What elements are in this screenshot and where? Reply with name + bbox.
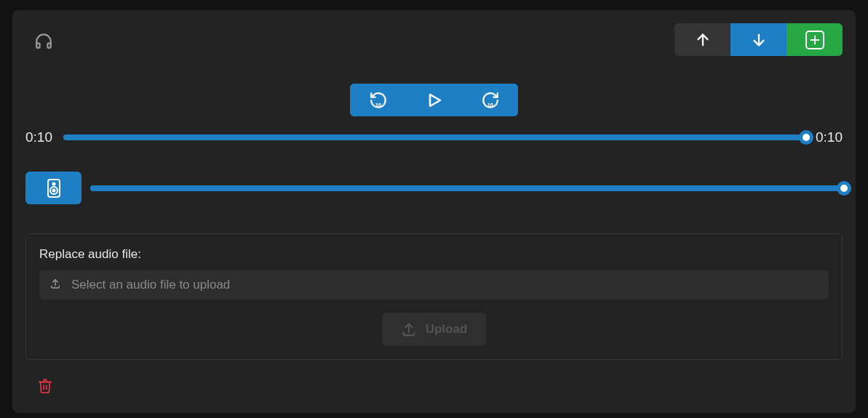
upload-button-row: Upload (39, 313, 829, 346)
trash-icon (37, 377, 53, 395)
svg-point-10 (52, 182, 55, 185)
volume-row (25, 172, 843, 204)
upload-button-label: Upload (426, 322, 468, 337)
playback-button-group: 10 10 (350, 84, 518, 116)
volume-track[interactable] (90, 185, 843, 191)
svg-rect-1 (47, 43, 50, 48)
move-up-button[interactable] (674, 23, 730, 56)
seek-track[interactable] (63, 134, 805, 140)
replace-audio-label: Replace audio file: (39, 247, 829, 262)
replace-audio-section: Replace audio file: Select an audio file… (25, 233, 843, 360)
rewind-10-icon: 10 (369, 91, 388, 110)
volume-fill (90, 185, 843, 191)
svg-marker-7 (430, 95, 440, 106)
play-button[interactable] (406, 84, 462, 116)
file-select-placeholder: Select an audio file to upload (71, 278, 230, 292)
rewind-10-button[interactable]: 10 (350, 84, 406, 116)
speaker-icon (45, 178, 63, 198)
svg-text:10: 10 (487, 101, 493, 108)
audio-player-panel: 10 10 0:10 0:10 (12, 10, 856, 413)
svg-rect-0 (36, 43, 39, 48)
action-button-group (674, 23, 843, 56)
volume-thumb[interactable] (837, 181, 851, 196)
file-select-input[interactable]: Select an audio file to upload (39, 270, 829, 300)
upload-icon (49, 278, 61, 292)
play-icon (426, 92, 443, 109)
speaker-button[interactable] (25, 172, 81, 204)
current-time-label: 0:10 (25, 129, 55, 145)
svg-text:10: 10 (375, 101, 381, 108)
upload-icon (401, 321, 417, 337)
delete-button[interactable] (34, 374, 56, 400)
arrow-down-icon (751, 32, 767, 48)
forward-10-icon: 10 (481, 91, 500, 110)
seek-row: 0:10 0:10 (25, 129, 843, 145)
move-down-button[interactable] (730, 23, 787, 56)
arrow-up-icon (695, 32, 711, 48)
svg-point-12 (52, 189, 55, 191)
seek-fill (63, 134, 805, 140)
headphones-icon (25, 31, 53, 49)
seek-thumb[interactable] (799, 130, 813, 145)
plus-square-icon (805, 31, 824, 49)
upload-button[interactable]: Upload (382, 313, 487, 346)
duration-label: 0:10 (813, 129, 843, 145)
add-button[interactable] (787, 23, 843, 56)
playback-controls: 10 10 (25, 84, 843, 116)
forward-10-button[interactable]: 10 (462, 84, 518, 116)
top-row (25, 23, 843, 56)
delete-row (25, 374, 843, 400)
